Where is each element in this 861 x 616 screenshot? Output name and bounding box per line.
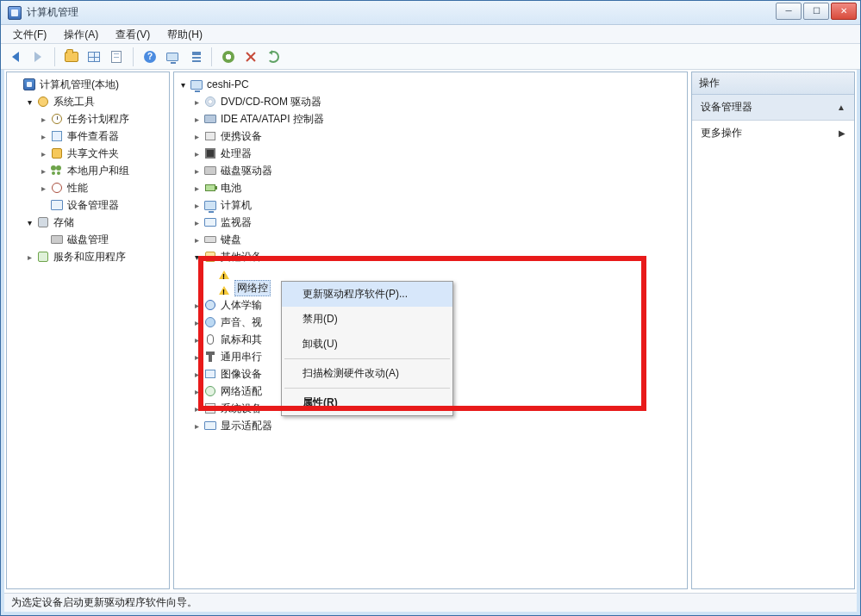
toggle-icon[interactable] [191, 96, 202, 107]
tree-device-manager[interactable]: 设备管理器 [9, 196, 167, 214]
submenu-icon: ▶ [839, 128, 845, 138]
window-frame: 计算机管理 ─ ☐ ✕ 文件(F) 操作(A) 查看(V) 帮助(H) ? [0, 0, 861, 616]
forward-icon [34, 52, 41, 62]
device-monitor[interactable]: 监视器 [176, 214, 685, 231]
tree-event-viewer[interactable]: 事件查看器 [9, 128, 167, 145]
device-display[interactable]: 显示适配器 [176, 417, 685, 434]
toggle-icon[interactable] [178, 79, 188, 90]
tree-performance[interactable]: 性能 [9, 179, 167, 196]
toggle-icon[interactable] [191, 200, 202, 210]
toggle-icon[interactable] [191, 114, 202, 124]
toggle-icon[interactable] [38, 148, 48, 159]
device-computer[interactable]: 计算机 [176, 196, 685, 214]
tree-label: 本地用户和组 [67, 164, 129, 178]
cd-icon [205, 96, 215, 107]
tree-services-apps[interactable]: 服务和应用程序 [9, 248, 167, 265]
portable-icon [205, 132, 215, 140]
cm-separator [284, 388, 450, 389]
toggle-icon[interactable] [38, 165, 48, 176]
menu-help[interactable]: 帮助(H) [159, 25, 211, 43]
device-portable[interactable]: 便携设备 [176, 128, 685, 145]
device-keyboard[interactable]: 键盘 [176, 231, 685, 248]
close-button[interactable]: ✕ [831, 3, 857, 20]
toggle-icon[interactable] [191, 183, 202, 193]
device-disk[interactable]: 磁盘驱动器 [176, 162, 685, 179]
tree-storage[interactable]: 存储 [9, 214, 167, 231]
device-battery[interactable]: 电池 [176, 179, 685, 196]
toggle-icon[interactable] [38, 114, 48, 124]
keyboard-icon [204, 236, 216, 243]
device-dvd[interactable]: DVD/CD-ROM 驱动器 [176, 93, 685, 110]
toggle-icon[interactable] [24, 252, 34, 262]
toggle-icon[interactable] [191, 386, 202, 396]
grid-icon [88, 52, 100, 62]
cm-disable[interactable]: 禁用(D) [282, 307, 452, 332]
toggle-icon[interactable] [191, 148, 202, 159]
tree-label: 处理器 [221, 146, 252, 161]
cm-uninstall[interactable]: 卸载(U) [282, 332, 452, 357]
toolbar-sep [133, 47, 134, 66]
toggle-icon[interactable] [38, 131, 48, 141]
actions-header: 操作 [692, 72, 854, 95]
menu-action[interactable]: 操作(A) [55, 25, 107, 43]
maximize-icon: ☐ [813, 7, 820, 16]
tree-task-scheduler[interactable]: 任务计划程序 [9, 110, 167, 128]
toggle-icon[interactable] [191, 334, 202, 345]
tree-label: 人体学输 [221, 298, 262, 313]
toggle-icon[interactable] [191, 252, 202, 262]
toggle-icon[interactable] [24, 217, 34, 227]
cm-properties[interactable]: 属性(R) [282, 390, 452, 415]
cm-scan-hardware[interactable]: 扫描检测硬件改动(A) [282, 361, 452, 386]
tree-label: 网络适配 [221, 384, 262, 399]
toggle-icon[interactable] [191, 403, 202, 414]
toolbar-back[interactable] [6, 47, 25, 66]
cm-update-driver[interactable]: 更新驱动程序软件(P)... [282, 282, 452, 307]
toggle-icon[interactable] [191, 234, 202, 245]
tree-system-tools[interactable]: 系统工具 [9, 93, 167, 110]
toggle-icon[interactable] [191, 300, 202, 310]
toolbar-up[interactable] [62, 47, 81, 66]
tree-disk-mgmt[interactable]: 磁盘管理 [9, 231, 167, 248]
toggle-icon[interactable] [191, 217, 202, 227]
toggle-icon[interactable] [191, 369, 202, 379]
tree-label: 磁盘管理 [67, 233, 109, 247]
tree-shared-folders[interactable]: 共享文件夹 [9, 145, 167, 162]
storage-icon [38, 217, 48, 227]
left-tree[interactable]: 计算机管理(本地) 系统工具 任务计划程序 事件查看器 [7, 72, 169, 269]
menu-view[interactable]: 查看(V) [107, 25, 159, 43]
back-icon [12, 52, 19, 62]
tree-local-users[interactable]: 本地用户和组 [9, 162, 167, 179]
toggle-icon[interactable] [191, 352, 202, 362]
toggle-icon[interactable] [38, 183, 48, 193]
actions-section-devmgr[interactable]: 设备管理器 ▲ [692, 95, 854, 121]
toolbar-refresh[interactable] [264, 47, 283, 66]
toggle-icon[interactable] [24, 96, 34, 107]
toggle-icon[interactable] [191, 317, 202, 327]
tree-label: 声音、视 [221, 315, 262, 330]
toolbar-forward[interactable] [28, 47, 47, 66]
device-cpu[interactable]: 处理器 [176, 145, 685, 162]
actions-more[interactable]: 更多操作 ▶ [692, 121, 854, 146]
toolbar-console[interactable] [163, 47, 182, 66]
device-unknown-1[interactable] [176, 265, 685, 279]
tree-root[interactable]: 计算机管理(本地) [9, 76, 167, 93]
toolbar-grid[interactable] [84, 47, 103, 66]
actions-section-label: 设备管理器 [701, 100, 752, 115]
device-other[interactable]: 其他设备 [176, 248, 685, 265]
tree-label: 显示适配器 [221, 419, 272, 433]
device-root[interactable]: ceshi-PC [176, 76, 685, 93]
toggle-icon[interactable] [191, 420, 202, 431]
toggle-icon[interactable] [191, 165, 202, 176]
toolbar-help[interactable]: ? [140, 47, 159, 66]
menu-file[interactable]: 文件(F) [4, 25, 55, 43]
toolbar-remove[interactable] [241, 47, 260, 66]
remove-icon [245, 51, 257, 63]
display-icon [204, 421, 216, 430]
minimize-button[interactable]: ─ [776, 3, 802, 20]
toolbar-list[interactable] [185, 47, 204, 66]
device-ide[interactable]: IDE ATA/ATAPI 控制器 [176, 110, 685, 128]
maximize-button[interactable]: ☐ [803, 3, 829, 20]
toggle-icon[interactable] [191, 131, 202, 141]
toolbar-settings[interactable] [219, 47, 238, 66]
toolbar-doc[interactable] [107, 47, 126, 66]
